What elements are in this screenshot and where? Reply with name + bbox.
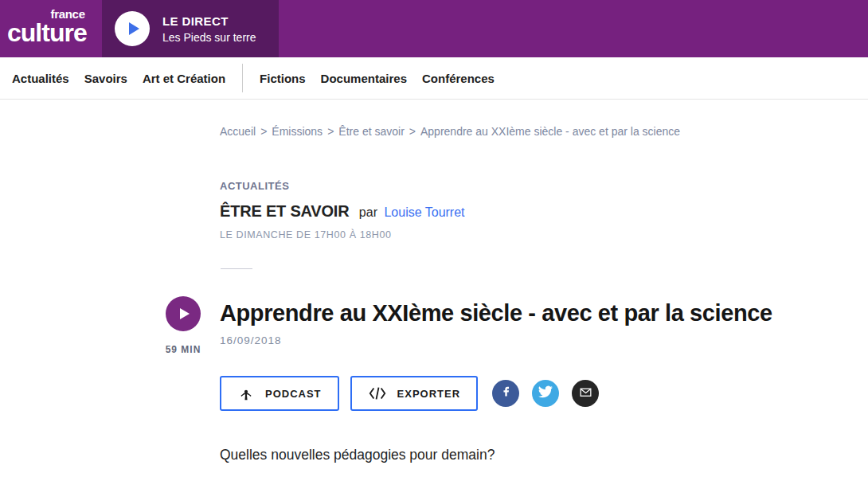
author-link[interactable]: Louise Tourret <box>384 205 464 219</box>
episode-actions: PODCAST EXPORTER <box>220 376 612 411</box>
france-culture-logo[interactable]: france culture <box>7 8 87 45</box>
live-play-button[interactable] <box>115 11 150 46</box>
breadcrumb-separator: > <box>327 125 334 138</box>
social-share <box>492 380 612 407</box>
nav-item-savoirs[interactable]: Savoirs <box>84 72 127 85</box>
show-title-link[interactable]: ÊTRE ET SAVOIR <box>220 202 349 220</box>
podcast-button[interactable]: PODCAST <box>220 376 339 411</box>
live-label: LE DIRECT <box>162 14 256 28</box>
show-category-label[interactable]: ACTUALITÉS <box>220 180 289 192</box>
main-nav: Actualités Savoirs Art et Création Ficti… <box>0 57 868 100</box>
breadcrumb-current-page: Apprendre au XXIème siècle - avec et par… <box>420 125 680 138</box>
episode-intro-text: Quelles nouvelles pédagogies pour demain… <box>220 447 495 463</box>
nav-item-documentaires[interactable]: Documentaires <box>321 72 407 85</box>
breadcrumb: Accueil>Émissions>Être et savoir>Apprend… <box>220 125 680 138</box>
episode-title: Apprendre au XXIème siècle - avec et par… <box>220 300 857 326</box>
logo-line-culture: culture <box>7 20 87 45</box>
podcast-icon <box>237 385 255 402</box>
episode-play-button[interactable] <box>166 296 201 331</box>
episode-duration: 59 MIN <box>148 344 218 355</box>
show-schedule: LE DIMANCHE DE 17H00 À 18H00 <box>220 229 392 240</box>
byline-prefix: par <box>359 205 377 219</box>
facebook-share-button[interactable] <box>492 380 519 407</box>
nav-item-art-et-creation[interactable]: Art et Création <box>143 72 225 85</box>
breadcrumb-etre-et-savoir[interactable]: Être et savoir <box>338 125 404 138</box>
episode-date: 16/09/2018 <box>220 334 282 346</box>
export-button-label: EXPORTER <box>397 388 461 400</box>
code-icon <box>368 385 387 401</box>
live-show-name: Les Pieds sur terre <box>162 31 256 44</box>
podcast-button-label: PODCAST <box>265 388 322 400</box>
breadcrumb-accueil[interactable]: Accueil <box>220 125 256 138</box>
play-icon <box>180 308 190 319</box>
breadcrumb-emissions[interactable]: Émissions <box>272 125 323 138</box>
nav-item-actualites[interactable]: Actualités <box>12 72 69 85</box>
page: france culture LE DIRECT Les Pieds sur t… <box>0 0 868 477</box>
envelope-icon <box>578 385 593 403</box>
live-text: LE DIRECT Les Pieds sur terre <box>162 14 256 44</box>
show-title-row: ÊTRE ET SAVOIR par Louise Tourret <box>220 202 465 221</box>
twitter-icon <box>538 385 553 402</box>
site-header: france culture LE DIRECT Les Pieds sur t… <box>0 0 868 57</box>
nav-item-fictions[interactable]: Fictions <box>260 72 306 85</box>
export-button[interactable]: EXPORTER <box>350 376 479 411</box>
breadcrumb-separator: > <box>409 125 416 138</box>
nav-divider <box>242 64 243 92</box>
twitter-share-button[interactable] <box>532 380 559 407</box>
email-share-button[interactable] <box>572 380 599 407</box>
section-divider <box>221 268 252 269</box>
facebook-icon <box>499 385 513 402</box>
breadcrumb-separator: > <box>260 125 267 138</box>
live-banner[interactable]: LE DIRECT Les Pieds sur terre <box>102 0 279 57</box>
nav-item-conferences[interactable]: Conférences <box>422 72 495 85</box>
play-icon <box>129 22 139 35</box>
